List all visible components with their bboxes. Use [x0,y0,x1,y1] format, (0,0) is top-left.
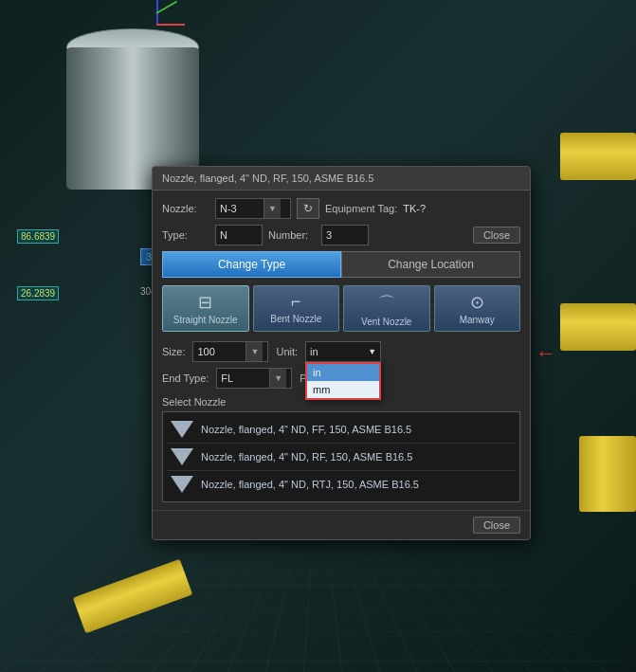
tab-row: Change Type Change Location [162,251,520,278]
nozzle-item-text-2: Nozzle, flanged, 4" ND, RF, 150, ASME B1… [201,451,412,463]
unit-dropdown-arrow: ▼ [368,347,376,356]
viewport: 86.6839 304.8 304.8 26.2839 Nozzle, flan… [0,0,636,672]
size-input-wrap[interactable]: ▼ [192,341,268,362]
nozzle-item-text-3: Nozzle, flanged, 4" ND, RTJ, 150, ASME B… [201,479,419,490]
number-input[interactable] [322,229,355,241]
unit-selected-value: in [310,346,318,357]
vent-nozzle-label: Vent Nozzle [361,317,411,327]
straight-nozzle-icon: ⊟ [167,292,245,313]
nozzle-row: Nozzle: ▼ ↻ Equipment Tag: TK-? [162,198,520,219]
straight-nozzle-label: Straight Nozzle [173,315,238,325]
dialog-body: Nozzle: ▼ ↻ Equipment Tag: TK-? Type: Nu… [153,191,530,510]
type-input-wrap[interactable] [215,225,263,245]
type-row: Type: Number: Close [162,225,520,245]
size-unit-row: Size: ▼ Unit: in ▼ in mm ← [162,341,520,362]
pipe-right-bot [579,436,636,512]
nozzle-select[interactable]: ▼ [215,198,291,219]
nozzle-arrow[interactable]: ▼ [263,199,281,218]
end-type-arrow[interactable]: ▼ [269,369,286,388]
nozzle-list-item-3[interactable]: Nozzle, flanged, 4" ND, RTJ, 150, ASME B… [167,471,516,498]
close-button-top[interactable]: Close [473,227,520,244]
manway-btn[interactable]: ⊙ Manway [434,285,521,332]
number-label: Number: [268,229,316,241]
unit-dropdown-list: in mm [305,362,381,400]
x-axis [156,24,185,26]
vent-nozzle-btn[interactable]: ⌒ Vent Nozzle [343,285,430,332]
tank-3d [57,19,209,190]
pipe-right-top [560,133,636,180]
unit-option-mm[interactable]: mm [307,381,379,398]
pipe-right-mid [560,303,636,351]
manway-label: Manway [460,315,495,325]
unit-option-in[interactable]: in [307,364,379,381]
unit-dropdown-wrap[interactable]: in ▼ in mm [305,341,381,362]
end-type-input[interactable] [217,372,269,384]
type-label: Type: [162,229,209,241]
tab-change-location[interactable]: Change Location [341,251,520,278]
select-nozzle-section: Select Nozzle Nozzle, flanged, 4" ND, FF… [162,396,520,502]
close-button-bottom[interactable]: Close [473,517,520,534]
nozzle-dialog: Nozzle, flanged, 4" ND, RF, 150, ASME B1… [152,166,531,540]
bent-nozzle-icon: ⌐ [258,292,336,312]
nozzle-input[interactable] [216,203,263,214]
z-axis [156,1,178,14]
refresh-button[interactable]: ↻ [297,198,319,219]
number-input-wrap[interactable] [321,225,369,245]
nozzle-list-item-2[interactable]: Nozzle, flanged, 4" ND, RF, 150, ASME B1… [167,444,516,471]
straight-nozzle-btn[interactable]: ⊟ Straight Nozzle [162,285,249,332]
nozzle-tri-1 [171,421,193,438]
nozzle-item-text-1: Nozzle, flanged, 4" ND, FF, 150, ASME B1… [201,424,411,435]
dialog-title: Nozzle, flanged, 4" ND, RF, 150, ASME B1… [153,167,530,191]
nozzle-type-buttons: ⊟ Straight Nozzle ⌐ Bent Nozzle ⌒ Vent N… [162,285,520,332]
dim-label-4: 26.2839 [17,286,59,300]
red-arrow-indicator: ← [536,341,556,366]
dialog-footer: Close [153,510,530,539]
tab-change-type[interactable]: Change Type [162,251,341,278]
end-type-label: End Type: [162,372,209,384]
nozzle-tri-3 [171,476,193,493]
unit-label: Unit: [276,346,298,357]
nozzle-list: Nozzle, flanged, 4" ND, FF, 150, ASME B1… [162,411,520,502]
equipment-tag-value: TK-? [403,203,426,214]
size-arrow[interactable]: ▼ [245,342,263,361]
bent-nozzle-label: Bent Nozzle [270,314,321,324]
equipment-tag-label: Equipment Tag: [325,203,397,214]
nozzle-label: Nozzle: [162,203,209,214]
size-label: Size: [162,346,185,357]
nozzle-list-item-1[interactable]: Nozzle, flanged, 4" ND, FF, 150, ASME B1… [167,416,516,444]
type-input[interactable] [216,229,249,241]
end-type-input-wrap[interactable]: ▼ [216,368,292,389]
nozzle-tri-2 [171,448,193,465]
unit-dropdown-btn[interactable]: in ▼ [305,341,381,362]
bent-nozzle-btn[interactable]: ⌐ Bent Nozzle [253,285,340,332]
manway-icon: ⊙ [439,292,517,313]
vent-nozzle-icon: ⌒ [348,292,426,315]
dim-label-1: 86.6839 [17,229,59,244]
size-input[interactable] [193,346,245,357]
